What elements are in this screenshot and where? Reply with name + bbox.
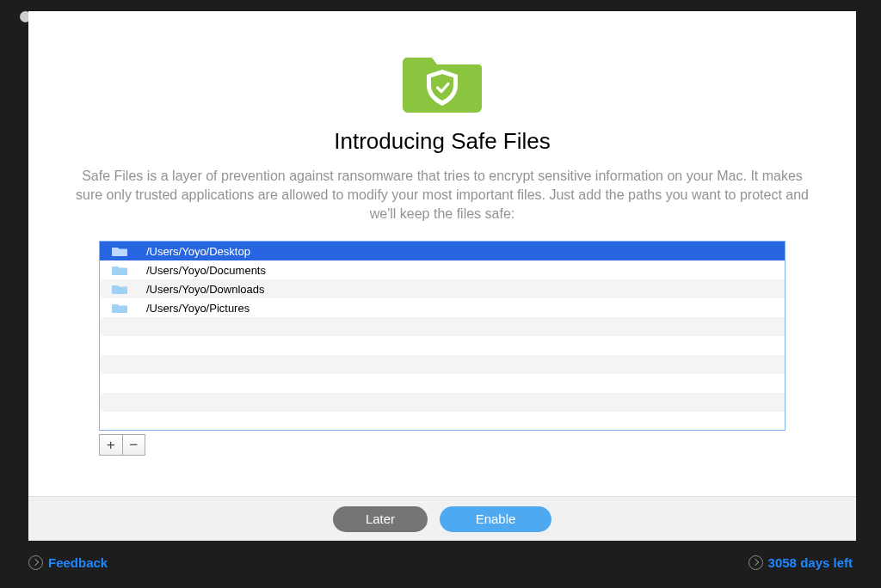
feedback-label: Feedback — [48, 555, 108, 570]
days-left-link[interactable]: 3058 days left — [749, 555, 853, 570]
path-text: /Users/Yoyo/Downloads — [146, 283, 265, 296]
safe-files-panel: Introducing Safe Files Safe Files is a l… — [28, 11, 856, 541]
page-description: Safe Files is a layer of prevention agai… — [68, 167, 816, 224]
protected-paths-list[interactable]: /Users/Yoyo/Desktop/Users/Yoyo/Documents… — [99, 241, 786, 431]
enable-button[interactable]: Enable — [440, 506, 551, 532]
path-row[interactable]: /Users/Yoyo/Desktop — [100, 242, 785, 260]
remove-path-button[interactable]: − — [123, 435, 145, 455]
path-row-empty[interactable] — [100, 412, 785, 431]
path-row[interactable]: /Users/Yoyo/Documents — [100, 260, 785, 279]
safe-files-hero-icon — [403, 46, 482, 114]
path-row-empty[interactable] — [100, 355, 785, 374]
path-row[interactable]: /Users/Yoyo/Pictures — [100, 298, 785, 317]
path-row-empty[interactable] — [100, 393, 785, 412]
path-text: /Users/Yoyo/Pictures — [146, 302, 250, 315]
protected-paths-section: /Users/Yoyo/Desktop/Users/Yoyo/Documents… — [99, 241, 786, 456]
add-remove-toolbar: + − — [99, 434, 145, 456]
folder-icon — [112, 245, 127, 257]
path-row-empty[interactable] — [100, 317, 785, 336]
path-text: /Users/Yoyo/Documents — [146, 264, 266, 277]
add-path-button[interactable]: + — [100, 435, 123, 455]
arrow-right-circle-icon — [28, 555, 43, 570]
page-title: Introducing Safe Files — [334, 128, 550, 155]
folder-icon — [112, 302, 127, 314]
path-row[interactable]: /Users/Yoyo/Downloads — [100, 279, 785, 298]
path-row-empty[interactable] — [100, 336, 785, 355]
later-button[interactable]: Later — [333, 506, 428, 532]
path-text: /Users/Yoyo/Desktop — [146, 245, 250, 258]
days-left-label: 3058 days left — [768, 555, 853, 570]
folder-icon — [112, 264, 127, 276]
window-footer: Feedback 3058 days left — [28, 545, 853, 579]
dialog-button-bar: Later Enable — [28, 496, 856, 541]
arrow-right-circle-icon — [749, 555, 763, 570]
folder-icon — [112, 283, 127, 295]
path-row-empty[interactable] — [100, 374, 785, 393]
feedback-link[interactable]: Feedback — [28, 555, 108, 570]
